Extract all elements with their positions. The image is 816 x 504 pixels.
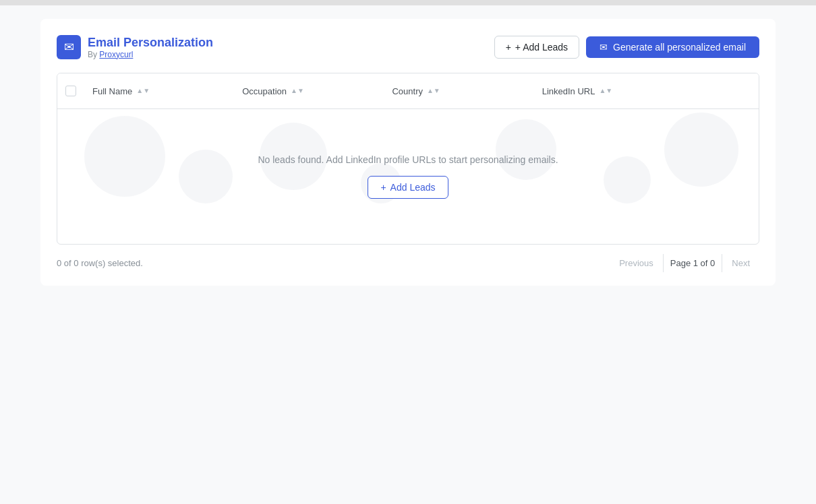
generate-label: Generate all personalized email: [613, 42, 746, 53]
ghost-circle-1: [84, 116, 165, 197]
previous-label: Previous: [619, 258, 653, 268]
country-sort-icon[interactable]: ▲▼: [427, 88, 440, 94]
table-body: No leads found. Add LinkedIn profile URL…: [57, 109, 759, 244]
ghost-circle-5: [496, 119, 556, 180]
full-name-sort-icon[interactable]: ▲▼: [136, 88, 150, 94]
header-occupation: Occupation ▲▼: [234, 80, 384, 102]
add-leads-empty-button[interactable]: + Add Leads: [368, 176, 448, 199]
ghost-circle-2: [179, 150, 233, 203]
rows-selected: 0 of 0 row(s) selected.: [57, 258, 143, 268]
proxycurl-link[interactable]: Proxycurl: [99, 50, 133, 59]
app-title: Email Personalization: [88, 36, 213, 50]
empty-message: No leads found. Add LinkedIn profile URL…: [258, 154, 558, 165]
select-all-checkbox[interactable]: [65, 86, 76, 96]
header: ✉ Email Personalization By Proxycurl + +…: [57, 35, 759, 59]
occupation-label: Occupation: [242, 86, 287, 96]
header-full-name: Full Name ▲▼: [84, 80, 234, 102]
mail-icon: ✉: [64, 40, 74, 55]
header-actions: + + Add Leads ✉ Generate all personalize…: [494, 36, 759, 59]
previous-button[interactable]: Previous: [610, 254, 663, 272]
app-title-block: Email Personalization By Proxycurl: [88, 36, 213, 59]
linkedin-url-label: LinkedIn URL: [542, 86, 595, 96]
ghost-circle-6: [604, 156, 651, 203]
app-subtitle: By Proxycurl: [88, 50, 213, 59]
ghost-circle-7: [664, 113, 738, 187]
header-linkedin-url: LinkedIn URL ▲▼: [534, 80, 759, 102]
table-header: Full Name ▲▼ Occupation ▲▼ Country ▲▼ Li…: [57, 73, 759, 109]
pagination: Previous Page 1 of 0 Next: [610, 254, 759, 272]
occupation-sort-icon[interactable]: ▲▼: [291, 88, 304, 94]
table-footer: 0 of 0 row(s) selected. Previous Page 1 …: [57, 254, 759, 272]
add-leads-empty-plus-icon: +: [380, 182, 386, 193]
add-leads-empty-label: Add Leads: [390, 182, 436, 193]
header-left: ✉ Email Personalization By Proxycurl: [57, 35, 213, 59]
full-name-label: Full Name: [92, 86, 132, 96]
app-container: ✉ Email Personalization By Proxycurl + +…: [40, 19, 776, 286]
subtitle-prefix: By: [88, 50, 97, 59]
generate-mail-icon: ✉: [600, 42, 608, 53]
country-label: Country: [392, 86, 423, 96]
add-leads-button[interactable]: + + Add Leads: [494, 36, 579, 59]
page-info: Page 1 of 0: [663, 254, 723, 272]
linkedin-sort-icon[interactable]: ▲▼: [599, 88, 612, 94]
add-leads-plus-icon: +: [506, 42, 511, 53]
header-country: Country ▲▼: [384, 80, 533, 102]
next-button[interactable]: Next: [722, 254, 759, 272]
table-wrapper: Full Name ▲▼ Occupation ▲▼ Country ▲▼ Li…: [57, 73, 759, 245]
top-bar: [0, 0, 816, 5]
next-label: Next: [732, 258, 750, 268]
app-icon: ✉: [57, 35, 81, 59]
generate-button[interactable]: ✉ Generate all personalized email: [586, 36, 759, 58]
add-leads-label: + Add Leads: [515, 42, 568, 53]
header-checkbox-cell: [57, 80, 84, 102]
